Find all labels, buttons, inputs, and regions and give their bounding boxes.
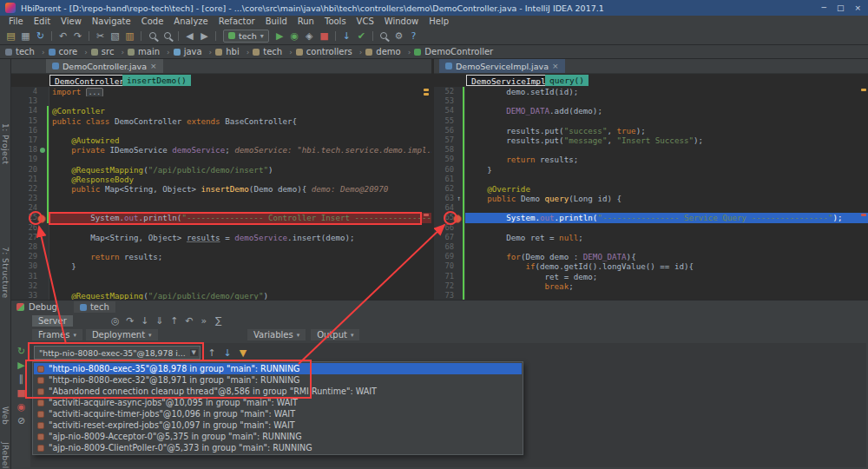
gutter-line-number[interactable]: 68: [434, 242, 465, 252]
code-line[interactable]: 15public class DemoController extends Ba…: [11, 116, 431, 126]
frames-tab[interactable]: Frames▾: [32, 329, 82, 340]
code-line[interactable]: 21 @ResponseBody: [11, 175, 431, 184]
filter-icon[interactable]: ▼: [237, 347, 249, 359]
gutter-line-number[interactable]: 66: [434, 223, 465, 233]
coverage-icon[interactable]: ◈: [302, 29, 317, 43]
code-line[interactable]: 29 return results;: [11, 252, 431, 261]
step-out-icon[interactable]: ↑: [168, 314, 181, 327]
gutter-line-number[interactable]: 70: [434, 261, 465, 271]
gutter-line-number[interactable]: 73: [434, 291, 465, 300]
paste-icon[interactable]: ▥: [122, 29, 137, 43]
tool-window-button[interactable]: JRebel: [1, 442, 10, 469]
thread-list-item[interactable]: "http-nio-8080-exec-32"@18,971 in group …: [34, 374, 522, 386]
open-icon[interactable]: ▤: [3, 29, 18, 43]
code-line[interactable]: 52 demo.setId(id);: [434, 87, 868, 96]
menu-item[interactable]: Build: [260, 16, 293, 27]
forward-icon[interactable]: ▶: [197, 29, 212, 43]
close-tab-icon[interactable]: ×: [552, 62, 559, 70]
breadcrumb-item[interactable]: DemoController: [414, 47, 503, 56]
gutter-line-number[interactable]: 25: [11, 213, 49, 222]
deployment-tab[interactable]: Deployment▾: [86, 329, 158, 340]
search-everywhere-icon[interactable]: [377, 29, 391, 43]
code-line[interactable]: 23: [11, 194, 431, 203]
code-line[interactable]: 60 }: [434, 165, 868, 175]
breadcrumb-item[interactable]: java›: [174, 47, 216, 56]
redo-icon[interactable]: ↷: [70, 29, 85, 43]
gutter-line-number[interactable]: 29: [11, 252, 49, 261]
menu-item[interactable]: Code: [136, 16, 169, 27]
code-line[interactable]: 70 if(demo.getId().longValue() == id){: [434, 261, 868, 271]
code-line[interactable]: 68: [434, 242, 868, 252]
menu-item[interactable]: Analyze: [168, 16, 213, 27]
pause-icon[interactable]: ∥: [16, 373, 27, 384]
code-line[interactable]: 19: [11, 155, 431, 164]
code-line[interactable]: 33 @RequestMapping("/api/public/demo/que…: [11, 291, 431, 300]
back-icon[interactable]: ◀: [182, 29, 197, 43]
breadcrumb-item[interactable]: demo›: [365, 47, 414, 56]
gutter-line-number[interactable]: 13: [11, 96, 49, 106]
gutter-line-number[interactable]: 72: [434, 281, 465, 291]
code-line[interactable]: 56 results.put("success", true);: [434, 126, 868, 135]
rerun-icon[interactable]: ↻: [16, 346, 27, 356]
code-editor-right[interactable]: 52 demo.setId(id);5354 DEMO_DATA.add(dem…: [434, 87, 868, 300]
code-line[interactable]: 55: [434, 116, 868, 126]
error-stripe-mark[interactable]: [424, 214, 429, 216]
code-line[interactable]: 62 @Override: [434, 184, 868, 194]
code-line[interactable]: 66: [434, 223, 868, 233]
server-tab[interactable]: Server: [32, 315, 73, 327]
code-line[interactable]: 26: [11, 223, 431, 233]
gutter-line-number[interactable]: 69: [434, 252, 465, 261]
gutter-line-number[interactable]: 33: [11, 291, 49, 300]
run-to-cursor-icon[interactable]: »: [198, 314, 210, 327]
code-line[interactable]: 58: [434, 145, 868, 155]
gutter-line-number[interactable]: 21: [11, 175, 49, 184]
menu-item[interactable]: Help: [424, 16, 454, 27]
gutter-line-number[interactable]: 18: [11, 145, 49, 155]
update-project-icon[interactable]: ↓: [339, 29, 354, 43]
gutter-line-number[interactable]: 28: [11, 242, 49, 252]
code-line[interactable]: 53: [434, 96, 868, 106]
run-icon[interactable]: ▶: [273, 29, 287, 43]
error-stripe-mark[interactable]: [424, 93, 429, 96]
gutter-line-number[interactable]: 55: [434, 116, 465, 126]
menu-item[interactable]: Run: [293, 16, 319, 27]
replace-icon[interactable]: [160, 29, 174, 43]
gutter-line-number[interactable]: 19: [11, 155, 49, 164]
stop-icon[interactable]: ■: [317, 29, 332, 43]
gutter-line-number[interactable]: 71: [434, 272, 465, 281]
force-step-into-icon[interactable]: ⇓: [154, 314, 166, 327]
tab-demoserviceimpl-java[interactable]: DemoServiceImpl.java ×: [439, 59, 565, 73]
code-line[interactable]: 14@Controller: [11, 106, 431, 116]
gutter-line-number[interactable]: 64: [434, 203, 465, 213]
error-stripe-mark[interactable]: [861, 214, 866, 216]
breadcrumb-item[interactable]: src›: [91, 47, 128, 56]
gutter-line-number[interactable]: 30: [11, 261, 49, 271]
menu-item[interactable]: File: [3, 16, 29, 27]
code-line[interactable]: 64: [434, 203, 868, 213]
code-line[interactable]: 67 Demo ret = null;: [434, 233, 868, 242]
menu-item[interactable]: Window: [379, 16, 424, 27]
resume-icon[interactable]: ▶: [16, 360, 27, 370]
gutter-line-number[interactable]: 54: [434, 106, 465, 116]
breadcrumb-item[interactable]: hbi›: [215, 47, 253, 56]
code-line[interactable]: 54 DEMO_DATA.add(demo);: [434, 106, 868, 116]
thread-list-item[interactable]: "ajp-nio-8009-Acceptor-0"@5,375 in group…: [34, 431, 522, 442]
variables-tab[interactable]: Variables▾: [247, 329, 306, 340]
gutter-line-number[interactable]: 62: [434, 184, 465, 194]
gutter-line-number[interactable]: 26: [11, 223, 49, 233]
code-line[interactable]: 63 public Demo query(Long id) {: [434, 194, 868, 203]
gutter-line-number[interactable]: 63: [434, 194, 465, 203]
gutter-line-number[interactable]: 58: [434, 145, 465, 155]
gutter-line-number[interactable]: 20: [11, 165, 49, 175]
code-line[interactable]: 24: [11, 203, 431, 213]
debug-session-tab-tech[interactable]: tech: [74, 301, 115, 313]
thread-up-icon[interactable]: ↑: [206, 347, 218, 359]
cut-icon[interactable]: ✂: [93, 29, 108, 43]
gutter-line-number[interactable]: 60: [434, 165, 465, 175]
code-line[interactable]: 4import ...: [11, 87, 431, 96]
settings-icon[interactable]: ⚙: [391, 29, 406, 43]
code-line[interactable]: 27 Map<String, Object> results = demoSer…: [11, 233, 431, 242]
gutter-line-number[interactable]: 57: [434, 135, 465, 145]
code-line[interactable]: 72 break;: [434, 281, 868, 291]
code-line[interactable]: 28: [11, 242, 431, 252]
